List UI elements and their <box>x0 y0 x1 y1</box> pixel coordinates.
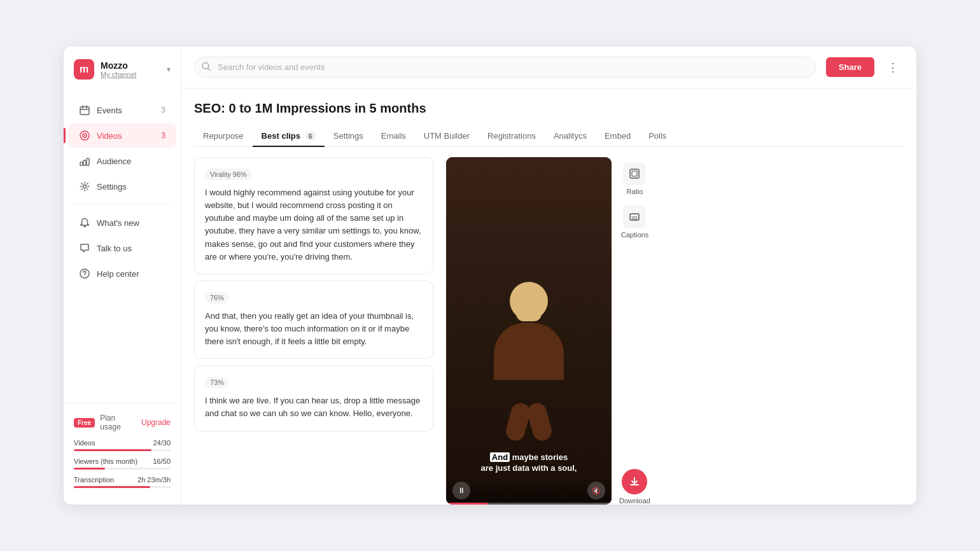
sidebar-item-label-settings: Settings <box>97 182 165 192</box>
usage-viewers-value: 16/50 <box>153 457 171 465</box>
search-input[interactable] <box>194 57 816 78</box>
sidebar-item-label-talk-to-us: Talk to us <box>97 244 165 253</box>
video-progress-bar[interactable] <box>446 503 612 505</box>
clip-text-1: I would highly recommend against using y… <box>205 186 423 263</box>
virality-badge-2: 76% <box>205 292 229 303</box>
tab-best-clips[interactable]: Best clips 6 <box>253 126 325 147</box>
plan-usage-header: Free Plan usage Upgrade <box>74 414 171 431</box>
video-panel: 17s <box>446 157 904 505</box>
clip-card-2[interactable]: 76% And that, then you really get an ide… <box>194 281 433 359</box>
brand-sub: My channel <box>101 71 160 78</box>
video-subtitle: And maybe stories are just data with a s… <box>454 452 603 473</box>
brand-info: Mozzo My channel <box>101 60 160 78</box>
tab-polls[interactable]: Polls <box>640 126 675 147</box>
subtitle-line1-suffix: maybe stories <box>512 452 568 462</box>
usage-videos-bar-bg <box>74 449 171 451</box>
help-icon <box>79 268 90 279</box>
svg-rect-4 <box>80 162 83 165</box>
usage-transcription-name: Transcription <box>74 476 114 484</box>
svg-rect-12 <box>632 171 637 176</box>
sidebar-item-badge-videos: 3 <box>161 131 165 140</box>
svg-rect-6 <box>87 158 89 165</box>
bell-icon <box>79 217 90 228</box>
virality-badge-3: 73% <box>205 377 229 388</box>
svg-point-9 <box>85 276 85 277</box>
tab-embed[interactable]: Embed <box>596 126 640 147</box>
sidebar-item-help-center[interactable]: Help center <box>69 262 176 286</box>
more-options-button[interactable]: ⋮ <box>882 58 904 77</box>
tab-analitycs[interactable]: Analitycs <box>545 126 596 147</box>
audience-icon <box>79 155 90 167</box>
chevron-down-icon: ▾ <box>167 65 171 74</box>
settings-icon <box>79 181 90 192</box>
svg-rect-0 <box>80 107 89 115</box>
tab-registrations[interactable]: Registrations <box>479 126 545 147</box>
pause-button[interactable]: ⏸ <box>452 482 470 499</box>
svg-rect-5 <box>83 160 86 165</box>
video-controls: ⏸ 🔇 <box>446 477 612 505</box>
download-label: Download <box>619 497 650 505</box>
video-tools: Ratio Captions <box>619 157 650 505</box>
sidebar-item-label-videos: Videos <box>97 131 155 141</box>
tab-settings[interactable]: Settings <box>325 126 372 147</box>
sidebar-item-talk-to-us[interactable]: Talk to us <box>69 236 176 260</box>
main-content: Share ⋮ SEO: 0 to 1M Impressions in 5 mo… <box>181 46 916 505</box>
page-title: SEO: 0 to 1M Impressions in 5 months <box>194 101 904 116</box>
nav-divider <box>74 204 171 205</box>
tab-emails[interactable]: Emails <box>372 126 415 147</box>
usage-viewers: Viewers (this month) 16/50 <box>74 457 171 470</box>
captions-label: Captions <box>621 231 648 239</box>
video-preview: 17s <box>446 157 612 505</box>
usage-viewers-name: Viewers (this month) <box>74 457 137 465</box>
video-progress-fill <box>446 503 487 505</box>
sidebar-item-badge-events: 3 <box>161 106 165 115</box>
subtitle-line2: are just data with a soul, <box>454 463 603 473</box>
svg-point-3 <box>84 135 85 136</box>
usage-videos: Videos 24/30 <box>74 439 171 451</box>
clip-card-1[interactable]: Virality 96% I would highly recommend ag… <box>194 157 433 274</box>
usage-transcription-bar-fill <box>74 486 150 488</box>
chat-icon <box>79 242 90 254</box>
upgrade-link[interactable]: Upgrade <box>141 418 171 427</box>
brand-name: Mozzo <box>101 60 160 71</box>
sidebar-item-audience[interactable]: Audience <box>69 149 176 173</box>
videos-icon <box>79 130 90 141</box>
search-icon <box>202 62 211 73</box>
sidebar-item-whats-new[interactable]: What's new <box>69 211 176 235</box>
search-bar <box>194 57 816 78</box>
usage-viewers-bar-bg <box>74 468 171 470</box>
usage-transcription-bar-bg <box>74 486 171 488</box>
sidebar-item-videos[interactable]: Videos 3 <box>69 123 176 148</box>
sidebar-item-settings[interactable]: Settings <box>69 174 176 199</box>
content-body: Virality 96% I would highly recommend ag… <box>194 147 904 505</box>
sidebar-item-events[interactable]: Events 3 <box>69 98 176 122</box>
free-badge: Free <box>74 418 95 428</box>
sidebar-item-label-help-center: Help center <box>97 269 165 279</box>
captions-button[interactable]: Captions <box>621 206 648 239</box>
tab-repurpose[interactable]: Repurpose <box>194 126 253 147</box>
tab-bar: Repurpose Best clips 6 Settings Emails U… <box>194 126 904 147</box>
subtitle-highlight: And <box>490 452 510 462</box>
ratio-icon <box>623 162 646 185</box>
usage-viewers-bar-fill <box>74 468 105 470</box>
clip-text-2: And that, then you really get an idea of… <box>205 310 423 348</box>
download-icon <box>622 469 647 494</box>
usage-transcription: Transcription 2h 23m/3h <box>74 476 171 488</box>
brand-header[interactable]: m Mozzo My channel ▾ <box>64 46 181 92</box>
tab-best-clips-badge: 6 <box>305 132 316 141</box>
mute-button[interactable]: 🔇 <box>587 482 605 499</box>
download-button[interactable]: Download <box>619 469 650 505</box>
clips-list: Virality 96% I would highly recommend ag… <box>194 157 436 505</box>
ratio-label: Ratio <box>627 188 643 195</box>
share-button[interactable]: Share <box>826 57 874 77</box>
sidebar-item-label-events: Events <box>97 106 155 115</box>
svg-rect-11 <box>630 169 639 178</box>
events-icon <box>79 104 90 116</box>
top-bar: Share ⋮ <box>181 46 916 88</box>
sidebar-nav: Events 3 Videos 3 <box>64 92 181 403</box>
ratio-button[interactable]: Ratio <box>623 162 646 195</box>
plan-usage-footer: Free Plan usage Upgrade Videos 24/30 Vie… <box>64 403 181 505</box>
clip-card-3[interactable]: 73% I think we are live. If you can hear… <box>194 365 433 431</box>
captions-icon <box>623 206 646 228</box>
tab-utm-builder[interactable]: UTM Builder <box>415 126 479 147</box>
